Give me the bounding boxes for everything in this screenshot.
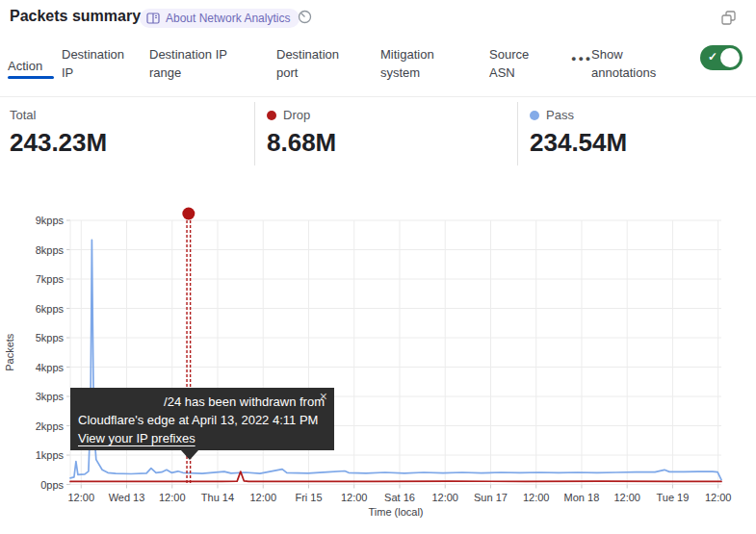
stat-total-value: 243.23M bbox=[10, 128, 107, 158]
more-tabs-icon[interactable]: ●●● bbox=[571, 54, 592, 64]
svg-text:3kpps: 3kpps bbox=[36, 391, 65, 402]
svg-text:12:00: 12:00 bbox=[341, 492, 368, 503]
svg-text:9kpps: 9kpps bbox=[36, 215, 65, 226]
packets-summary-panel: Packets summary About Network Analytics … bbox=[0, 0, 756, 534]
svg-text:Mon 18: Mon 18 bbox=[564, 492, 600, 503]
stat-pass-value: 234.54M bbox=[530, 128, 627, 158]
stat-pass: Pass 234.54M bbox=[530, 108, 627, 158]
tooltip-line2: Cloudflare's edge at April 13, 2022 4:11… bbox=[78, 411, 326, 429]
tab-action[interactable]: Action bbox=[8, 57, 42, 75]
svg-text:Sat 16: Sat 16 bbox=[384, 492, 415, 503]
view-ip-prefixes-link[interactable]: View your IP prefixes bbox=[78, 431, 196, 445]
svg-text:8kpps: 8kpps bbox=[36, 244, 65, 256]
svg-text:12:00: 12:00 bbox=[613, 492, 640, 503]
svg-text:Time (local): Time (local) bbox=[368, 506, 423, 518]
svg-text:Thu 14: Thu 14 bbox=[201, 492, 234, 503]
drop-legend-dot bbox=[267, 111, 276, 120]
svg-text:Packets: Packets bbox=[4, 333, 15, 371]
svg-text:4kpps: 4kpps bbox=[36, 362, 65, 373]
check-icon: ✓ bbox=[708, 50, 717, 64]
toggle-knob bbox=[720, 48, 740, 67]
book-icon bbox=[146, 13, 160, 24]
about-badge-label: About Network Analytics bbox=[166, 12, 290, 25]
svg-text:5kpps: 5kpps bbox=[36, 332, 65, 343]
svg-text:6kpps: 6kpps bbox=[36, 303, 65, 315]
pass-legend-dot bbox=[530, 111, 539, 120]
svg-text:Wed 13: Wed 13 bbox=[109, 492, 145, 503]
svg-text:0pps: 0pps bbox=[40, 479, 64, 491]
svg-text:12:00: 12:00 bbox=[249, 492, 276, 503]
svg-text:2kpps: 2kpps bbox=[36, 420, 65, 432]
tab-destination-ip-range[interactable]: Destination IP range bbox=[149, 45, 234, 82]
show-annotations-toggle[interactable]: ✓ bbox=[700, 45, 743, 70]
svg-text:Fri 15: Fri 15 bbox=[295, 492, 322, 503]
page-title: Packets summary bbox=[10, 8, 141, 25]
packets-timeseries-chart[interactable]: 9kpps8kpps7kpps6kpps5kpps4kpps3kpps2kpps… bbox=[0, 202, 756, 534]
svg-text:12:00: 12:00 bbox=[159, 492, 186, 503]
stat-drop: Drop 8.68M bbox=[267, 108, 336, 158]
stat-total: Total 243.23M bbox=[10, 108, 107, 158]
stat-pass-label: Pass bbox=[546, 108, 574, 122]
tooltip-line1: /24 has been withdrawn from bbox=[78, 393, 326, 411]
svg-text:12:00: 12:00 bbox=[67, 492, 94, 503]
stat-total-label: Total bbox=[10, 108, 36, 122]
svg-text:12:00: 12:00 bbox=[523, 492, 550, 503]
tab-source-asn[interactable]: Source ASN bbox=[489, 45, 535, 82]
divider bbox=[254, 102, 255, 165]
svg-text:Tue 19: Tue 19 bbox=[657, 492, 690, 503]
popout-icon[interactable] bbox=[721, 11, 736, 29]
about-network-analytics-badge[interactable]: About Network Analytics bbox=[140, 9, 300, 28]
stat-drop-value: 8.68M bbox=[267, 128, 336, 158]
tab-mitigation-system[interactable]: Mitigation system bbox=[380, 45, 442, 82]
active-tab-underline bbox=[8, 76, 54, 79]
svg-text:Sun 17: Sun 17 bbox=[474, 492, 508, 503]
show-annotations-label: Show annotations bbox=[591, 45, 670, 82]
annotation-tooltip: /24 has been withdrawn from Cloudflare's… bbox=[70, 388, 334, 450]
svg-text:1kpps: 1kpps bbox=[36, 449, 65, 461]
stat-drop-label: Drop bbox=[283, 108, 310, 122]
tab-destination-port[interactable]: Destination port bbox=[276, 45, 346, 82]
separator bbox=[0, 96, 756, 97]
svg-text:7kpps: 7kpps bbox=[36, 273, 65, 285]
divider bbox=[517, 102, 518, 165]
time-period-icon[interactable] bbox=[298, 10, 312, 28]
tab-destination-ip[interactable]: Destination IP bbox=[62, 45, 131, 82]
close-icon[interactable]: × bbox=[320, 390, 327, 403]
svg-text:12:00: 12:00 bbox=[705, 492, 732, 503]
tooltip-arrow bbox=[181, 450, 198, 460]
svg-text:12:00: 12:00 bbox=[431, 492, 458, 503]
